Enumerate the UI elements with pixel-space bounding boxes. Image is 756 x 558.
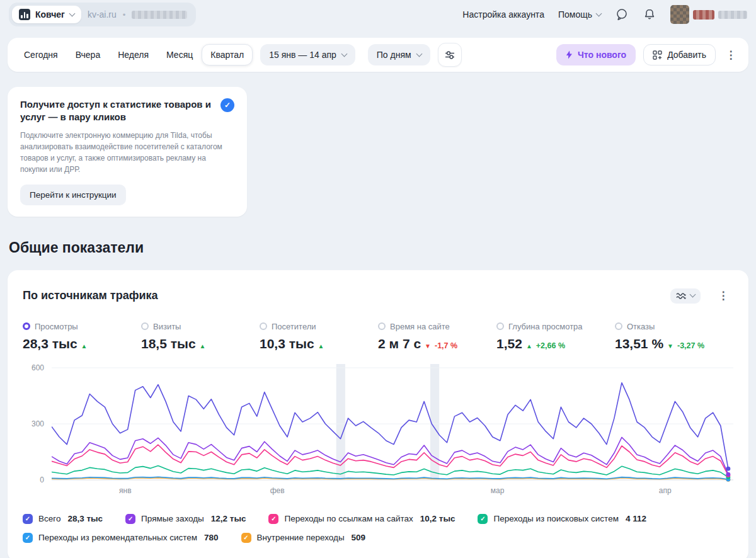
metric-value: 18,5 тыс (141, 336, 196, 351)
top-nav: Ковчег kv-ai.ru • Настройка аккаунта Пом… (0, 0, 756, 29)
metrica-logo-icon (19, 9, 30, 20)
help-label: Помощь (558, 9, 592, 20)
legend-checkbox[interactable] (241, 533, 251, 543)
help-menu[interactable]: Помощь (558, 9, 601, 20)
whats-new-button[interactable]: Что нового (556, 44, 636, 65)
granularity-select[interactable]: По дням (368, 44, 430, 65)
legend-checkbox[interactable] (125, 514, 135, 524)
trend-arrow-icon: ▲ (81, 343, 88, 350)
legend-item[interactable]: Внутренние переходы509 (241, 533, 366, 543)
legend-checkbox[interactable] (23, 514, 33, 524)
chat-icon[interactable] (615, 8, 629, 21)
metric-value: 28,3 тыс (23, 336, 77, 351)
counter-switcher[interactable]: Ковчег (12, 6, 81, 23)
legend-checkbox[interactable] (268, 514, 278, 524)
legend-item[interactable]: Переходы по ссылкам на сайтах10,2 тыс (268, 514, 455, 524)
metric-value: 10,3 тыс (260, 336, 314, 351)
traffic-chart-svg[interactable] (52, 364, 733, 484)
grid-add-icon (653, 50, 662, 60)
date-range-label: 15 янв — 14 апр (269, 50, 336, 60)
legend-label: Всего (38, 514, 60, 523)
metric-tab-0[interactable]: Просмотры28,3 тыс▲ (23, 322, 141, 351)
legend-value: 509 (352, 533, 366, 542)
period-tab-3[interactable]: Месяц (158, 44, 202, 65)
segment-filter-button[interactable] (438, 43, 462, 67)
metric-label: Глубина просмотра (508, 322, 583, 331)
metric-label: Время на сайте (390, 322, 450, 331)
legend-item[interactable]: Переходы из поисковых систем4 112 (478, 514, 646, 524)
site-link[interactable]: kv-ai.ru (88, 9, 117, 20)
legend-item[interactable]: Прямые заходы12,2 тыс (125, 514, 246, 524)
metric-tab-3[interactable]: Время на сайте2 м 7 с▼-1,7 % (378, 322, 496, 351)
chevron-down-icon (341, 50, 347, 57)
chart-plot[interactable]: янвфевмарапр (52, 364, 733, 499)
chevron-down-icon (416, 50, 422, 57)
legend-value: 10,2 тыс (420, 514, 455, 523)
legend-value: 780 (204, 533, 219, 542)
legend-item[interactable]: Всего28,3 тыс (23, 514, 103, 524)
metric-radio-icon (141, 322, 149, 330)
period-tab-4[interactable]: Квартал (202, 44, 253, 65)
bell-icon[interactable] (643, 8, 656, 21)
chevron-down-icon (690, 292, 696, 298)
avatar (670, 5, 689, 24)
metric-radio-icon (260, 322, 267, 330)
verified-check-icon (220, 98, 234, 112)
traffic-sources-card: По источникам трафика Просмотры28,3 тыс▲… (8, 270, 748, 558)
metric-tab-2[interactable]: Посетители10,3 тыс▲ (260, 322, 378, 351)
legend-checkbox[interactable] (478, 514, 488, 524)
promo-cta-button[interactable]: Перейти к инструкции (20, 185, 126, 205)
metric-tab-5[interactable]: Отказы13,51 %▼-3,27 % (615, 322, 733, 351)
legend-label: Переходы по ссылкам на сайтах (284, 514, 413, 523)
promo-card: Получите доступ к статистике товаров и у… (8, 87, 247, 217)
metric-tab-1[interactable]: Визиты18,5 тыс▲ (141, 322, 260, 351)
metric-delta: -3,27 % (677, 341, 704, 350)
granularity-label: По дням (377, 50, 411, 60)
trend-arrow-icon: ▼ (425, 343, 431, 350)
redacted-user-name (718, 11, 747, 19)
trend-arrow-icon: ▲ (318, 343, 324, 350)
user-account[interactable] (670, 5, 747, 24)
x-tick-label: мар (491, 486, 505, 495)
y-tick-label: 600 (32, 363, 44, 372)
metric-label: Посетители (272, 322, 316, 331)
trend-arrow-icon: ▲ (526, 343, 532, 350)
metric-value: 2 м 7 с (378, 336, 421, 351)
nav-right-group: Настройка аккаунта Помощь (462, 5, 747, 24)
y-tick-label: 300 (32, 419, 44, 428)
metric-tabs: Просмотры28,3 тыс▲Визиты18,5 тыс▲Посетит… (23, 322, 733, 351)
legend-value: 12,2 тыс (211, 514, 246, 523)
period-tabs: СегодняВчераНеделяМесяцКвартал (15, 44, 253, 65)
chart-legend: Всего28,3 тысПрямые заходы12,2 тысПерехо… (23, 514, 733, 557)
account-settings-link[interactable]: Настройка аккаунта (462, 9, 544, 20)
more-menu-button[interactable] (721, 43, 741, 67)
promo-body: Подключите электронную коммерцию для Til… (20, 130, 234, 175)
redacted-counter-id (132, 11, 187, 19)
legend-item[interactable]: Переходы из рекомендательных систем780 (23, 533, 219, 543)
date-range-picker[interactable]: 15 янв — 14 апр (260, 44, 355, 65)
chart-type-select[interactable] (670, 288, 701, 304)
legend-checkbox[interactable] (23, 533, 33, 543)
redacted-user-badge (693, 10, 714, 20)
legend-label: Переходы из рекомендательных систем (38, 533, 197, 542)
lightning-icon (566, 50, 573, 59)
separator-dot: • (123, 10, 126, 20)
period-tab-1[interactable]: Вчера (67, 44, 110, 65)
chart-more-menu[interactable] (713, 284, 733, 308)
legend-label: Переходы из поисковых систем (493, 514, 618, 523)
section-title: Общие показатели (9, 239, 756, 256)
line-chart-icon (676, 292, 686, 300)
period-tab-2[interactable]: Неделя (109, 44, 158, 65)
metric-radio-icon (615, 322, 622, 330)
add-widget-button[interactable]: Добавить (643, 44, 716, 65)
trend-arrow-icon: ▼ (667, 343, 673, 350)
legend-label: Прямые заходы (141, 514, 204, 523)
metric-radio-icon (496, 322, 504, 330)
chevron-down-icon (596, 10, 602, 16)
metric-radio-icon (23, 322, 30, 330)
metric-tab-4[interactable]: Глубина просмотра1,52▲+2,66 % (496, 322, 615, 351)
period-tab-0[interactable]: Сегодня (15, 44, 67, 65)
chart-card-title: По источникам трафика (23, 289, 158, 302)
add-label: Добавить (667, 50, 706, 60)
sliders-icon (445, 50, 455, 60)
